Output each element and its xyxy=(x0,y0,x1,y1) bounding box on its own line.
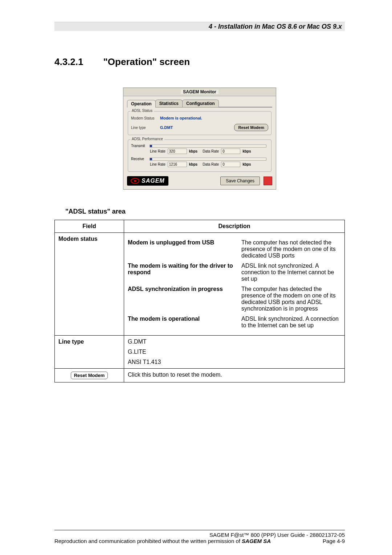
rx-kbps-1: kbps xyxy=(189,162,197,166)
row-line-type-desc: G.DMT G.LITE ANSI T1.413 xyxy=(124,336,345,369)
lt-value-2: G.LITE xyxy=(128,349,341,355)
reset-modem-button-graphic: Reset Modem xyxy=(71,372,108,379)
adsl-status-area-title: "ADSL status" area xyxy=(65,208,345,215)
tx-line-rate-label: Line Rate xyxy=(150,149,166,153)
chapter-header: 4 - Installation in Mac OS 8.6 or Mac OS… xyxy=(54,22,345,31)
sagem-logo: SAGEM xyxy=(127,176,168,186)
section-heading: 4.3.2.1 "Operation" screen xyxy=(54,56,345,68)
row-reset-desc: Click this button to reset the modem. xyxy=(124,369,345,382)
section-number: 4.3.2.1 xyxy=(54,56,83,68)
transmit-bar xyxy=(150,145,266,147)
line-type-label: Line type xyxy=(131,126,160,130)
ms-sub4-label: The modem is operational xyxy=(128,316,235,329)
sagem-logo-text: SAGEM xyxy=(142,178,165,184)
ms-sub1-label: Modem is unplugged from USB xyxy=(128,239,235,259)
modem-status-label: Modem Status xyxy=(131,116,160,120)
th-field: Field xyxy=(55,220,124,233)
tab-statistics[interactable]: Statistics xyxy=(155,100,183,107)
tx-line-rate-value: 320 xyxy=(168,149,187,154)
record-indicator-icon xyxy=(264,177,272,185)
rx-data-rate-value: 0 xyxy=(221,162,240,167)
footer-line-2-left: Reproduction and communication prohibite… xyxy=(54,538,271,544)
footer-line-1: SAGEM F@st™ 800 (PPP) User Guide - 28802… xyxy=(54,532,345,538)
section-title: "Operation" screen xyxy=(103,56,190,68)
adsl-performance-group: ADSL Performance Transmit Line Rate 320 … xyxy=(128,139,271,172)
footer-brand: SAGEM SA xyxy=(242,538,271,544)
ms-sub3-label: ADSL synchronization in progress xyxy=(128,286,235,312)
ms-sub3-text: The computer has detected the presence o… xyxy=(241,286,341,312)
adsl-status-legend: ADSL Status xyxy=(130,109,154,113)
window-titlebar: SAGEM Monitor xyxy=(123,88,276,96)
page-footer: SAGEM F@st™ 800 (PPP) User Guide - 28802… xyxy=(54,530,345,544)
adsl-status-group: ADSL Status Modem Status Modem is operat… xyxy=(128,111,271,135)
reset-modem-button[interactable]: Reset Modem xyxy=(234,124,268,131)
save-changes-button[interactable]: Save Changes xyxy=(220,177,260,185)
adsl-perf-legend: ADSL Performance xyxy=(130,137,164,141)
rx-kbps-2: kbps xyxy=(242,162,251,166)
ms-sub4-text: ADSL link synchronized. A connection to … xyxy=(241,316,341,329)
chapter-title-text: 4 - Installation in Mac OS 8.6 or Mac OS… xyxy=(209,23,342,31)
modem-status-value: Modem is operational. xyxy=(160,116,202,120)
tx-kbps-2: kbps xyxy=(242,149,251,153)
tx-data-rate-label: Data Rate xyxy=(203,149,219,153)
rx-line-rate-label: Line Rate xyxy=(150,162,166,166)
lt-value-3: ANSI T1.413 xyxy=(128,359,341,365)
tab-configuration[interactable]: Configuration xyxy=(182,100,219,107)
tabs-bar: Operation Statistics Configuration xyxy=(127,99,272,108)
row-line-type-field: Line type xyxy=(55,336,124,369)
line-type-value: G.DMT xyxy=(160,125,173,130)
row-modem-status-desc: Modem is unplugged from USB The computer… xyxy=(124,233,345,336)
tx-kbps-1: kbps xyxy=(189,149,197,153)
ms-sub2-text: ADSL link not synchronized. A connection… xyxy=(241,263,341,282)
receive-bar xyxy=(150,158,266,161)
sagem-eye-icon xyxy=(131,178,139,184)
ms-sub1-text: The computer has not detected the presen… xyxy=(241,239,341,259)
receive-label: Receive xyxy=(131,157,147,161)
th-description: Description xyxy=(124,220,345,233)
transmit-label: Transmit xyxy=(131,144,147,148)
rx-data-rate-label: Data Rate xyxy=(203,162,219,166)
description-table: Field Description Modem status Modem is … xyxy=(54,220,345,382)
sagem-monitor-window: SAGEM Monitor Operation Statistics Confi… xyxy=(123,88,276,190)
ms-sub2-label: The modem is waiting for the driver to r… xyxy=(128,263,235,282)
lt-value-1: G.DMT xyxy=(128,339,341,345)
tx-data-rate-value: 0 xyxy=(221,149,240,154)
row-reset-field: Reset Modem xyxy=(55,369,124,382)
rx-line-rate-value: 1216 xyxy=(168,162,187,167)
window-title: SAGEM Monitor xyxy=(181,89,218,94)
footer-page-number: Page 4-9 xyxy=(323,538,345,544)
tab-operation[interactable]: Operation xyxy=(127,100,156,108)
row-modem-status-field: Modem status xyxy=(55,233,124,336)
